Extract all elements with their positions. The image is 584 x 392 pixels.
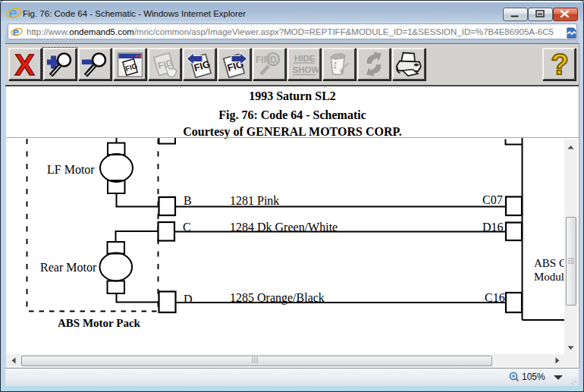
svg-text:B: B (184, 194, 192, 207)
svg-text:C16: C16 (485, 291, 505, 304)
svg-text:?: ? (551, 50, 569, 78)
svg-text:Rear Motor: Rear Motor (40, 261, 97, 274)
svg-text:D: D (184, 293, 193, 306)
svg-text:1284 Dk Green/White: 1284 Dk Green/White (230, 221, 338, 234)
svg-text:C: C (183, 221, 191, 234)
svg-text:C07: C07 (482, 193, 503, 206)
svg-text:HIDE: HIDE (294, 54, 316, 63)
svg-text:ABS Control: ABS Control (534, 257, 564, 269)
svg-text:X: X (15, 50, 35, 78)
svg-text:1281 Pink: 1281 Pink (230, 194, 279, 207)
svg-text:1285 Orange/Black: 1285 Orange/Black (230, 291, 325, 305)
svg-text:D16: D16 (482, 221, 504, 234)
svg-text:ABS Motor Pack: ABS Motor Pack (58, 317, 141, 329)
svg-text:LF Motor: LF Motor (47, 163, 95, 176)
svg-text:Module: Module (534, 271, 564, 283)
svg-text:SHOW: SHOW (293, 65, 319, 74)
